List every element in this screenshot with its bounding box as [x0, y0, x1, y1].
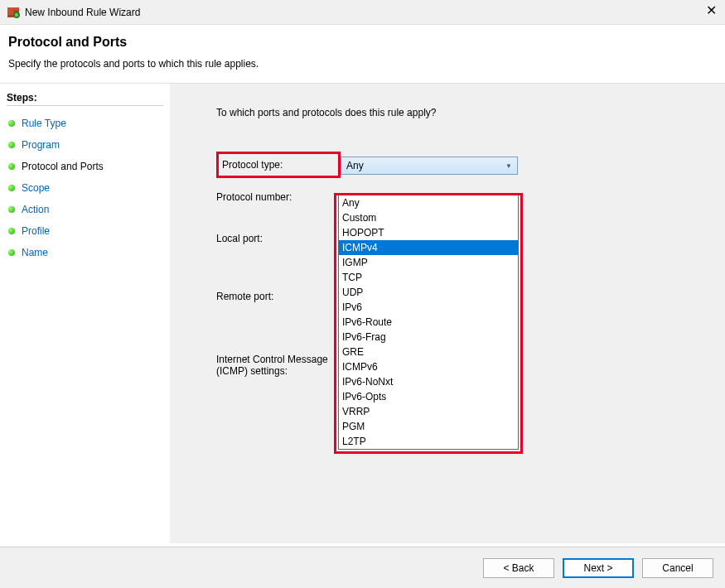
protocol-option-ipv6-opts[interactable]: IPv6-Opts [339, 389, 518, 404]
protocol-option-ipv6-route[interactable]: IPv6-Route [339, 315, 518, 330]
label-icmp-settings: Internet Control Message (ICMP) settings… [216, 352, 341, 377]
step-label: Protocol and Ports [22, 161, 104, 172]
step-item-action[interactable]: Action [7, 199, 163, 220]
wizard-footer: < Back Next > Cancel [0, 547, 725, 588]
protocol-option-ipv6[interactable]: IPv6 [339, 300, 518, 315]
protocol-option-pgm[interactable]: PGM [339, 419, 518, 434]
step-label: Rule Type [22, 118, 66, 129]
svg-point-6 [15, 12, 18, 16]
step-bullet-icon [8, 120, 15, 127]
protocol-type-select-wrap: Any ▼ AnyCustomHOPOPTICMPv4IGMPTCPUDPIPv… [341, 157, 518, 175]
step-item-name[interactable]: Name [7, 242, 163, 263]
protocol-option-hopopt[interactable]: HOPOPT [339, 225, 518, 240]
step-item-protocol-and-ports[interactable]: Protocol and Ports [7, 156, 163, 177]
step-item-program[interactable]: Program [7, 134, 163, 156]
step-bullet-icon [8, 206, 15, 213]
svg-rect-3 [7, 10, 13, 12]
window-title: New Inbound Rule Wizard [25, 7, 140, 18]
protocol-option-icmpv6[interactable]: ICMPv6 [339, 359, 518, 374]
protocol-type-select[interactable]: Any ▼ [341, 157, 518, 175]
protocol-option-custom[interactable]: Custom [339, 210, 518, 225]
firewall-icon [7, 6, 20, 19]
protocol-option-vrrp[interactable]: VRRP [339, 404, 518, 419]
steps-header: Steps: [7, 92, 163, 106]
svg-rect-1 [7, 7, 19, 10]
titlebar: New Inbound Rule Wizard ✕ [0, 0, 725, 25]
page-heading: Protocol and Ports [8, 35, 717, 50]
step-label: Program [22, 139, 60, 151]
step-bullet-icon [8, 142, 15, 148]
step-bullet-icon [8, 249, 15, 256]
protocol-option-udp[interactable]: UDP [339, 285, 518, 300]
protocol-option-gre[interactable]: GRE [339, 345, 518, 359]
protocol-option-icmpv4[interactable]: ICMPv4 [339, 240, 518, 255]
step-item-profile[interactable]: Profile [7, 220, 163, 242]
label-remote-port: Remote port: [216, 289, 341, 302]
wizard-header: Protocol and Ports Specify the protocols… [0, 25, 725, 76]
cancel-button[interactable]: Cancel [642, 558, 713, 578]
protocol-type-dropdown: AnyCustomHOPOPTICMPv4IGMPTCPUDPIPv6IPv6-… [338, 195, 519, 450]
step-label: Action [22, 204, 49, 215]
step-bullet-icon [8, 185, 15, 191]
back-button[interactable]: < Back [483, 558, 554, 578]
protocol-option-any[interactable]: Any [339, 195, 518, 210]
close-icon[interactable]: ✕ [706, 4, 717, 17]
protocol-option-tcp[interactable]: TCP [339, 270, 518, 285]
label-protocol-number: Protocol number: [216, 190, 341, 203]
protocol-option-igmp[interactable]: IGMP [339, 255, 518, 270]
protocol-option-ipv6-frag[interactable]: IPv6-Frag [339, 330, 518, 345]
label-local-port: Local port: [216, 231, 341, 244]
step-label: Profile [22, 225, 50, 237]
step-item-scope[interactable]: Scope [7, 177, 163, 199]
step-label: Scope [22, 182, 50, 194]
step-label: Name [22, 247, 48, 258]
protocol-option-ipv6-nonxt[interactable]: IPv6-NoNxt [339, 374, 518, 389]
steps-sidebar: Steps: Rule TypeProgramProtocol and Port… [0, 84, 170, 543]
protocol-type-value: Any [346, 160, 364, 171]
intro-text: To which ports and protocols does this r… [216, 107, 708, 118]
page-subtext: Specify the protocols and ports to which… [8, 58, 717, 70]
step-bullet-icon [8, 163, 15, 170]
step-item-rule-type[interactable]: Rule Type [7, 113, 163, 134]
protocol-option-l2tp[interactable]: L2TP [339, 434, 518, 449]
step-bullet-icon [8, 228, 15, 234]
label-protocol-type: Protocol type: [216, 152, 341, 178]
next-button[interactable]: Next > [563, 558, 634, 578]
chevron-down-icon: ▼ [505, 162, 512, 170]
main-panel: To which ports and protocols does this r… [170, 84, 725, 543]
